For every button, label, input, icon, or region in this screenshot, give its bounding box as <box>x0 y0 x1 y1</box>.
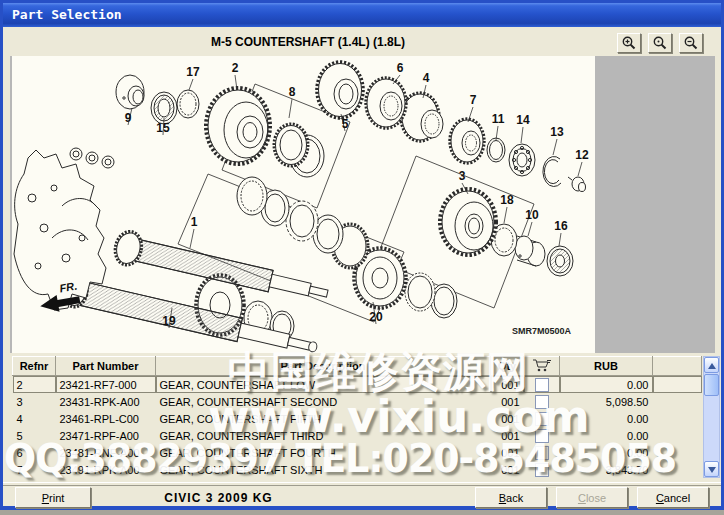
back-button-label: Back <box>476 492 546 504</box>
callout-13[interactable]: 13 <box>550 125 564 139</box>
callout-6[interactable]: 6 <box>397 61 404 75</box>
callout-4[interactable]: 4 <box>423 71 430 85</box>
callout-18[interactable]: 18 <box>500 193 514 207</box>
callout-11[interactable]: 11 <box>492 112 505 126</box>
cell-part-number: 23421-RF7-000 <box>56 376 156 394</box>
scroll-up-button[interactable] <box>704 357 719 373</box>
zoom-in-button[interactable] <box>617 33 641 53</box>
cell-price: 3,843.70 <box>560 461 653 478</box>
callout-19[interactable]: 19 <box>162 314 176 328</box>
col-header-rub[interactable]: RUB <box>560 357 653 376</box>
cart-checkbox[interactable] <box>535 378 549 392</box>
col-header-part-number[interactable]: Part Number <box>56 357 156 376</box>
cell-refnr: 7 <box>13 461 56 478</box>
callout-12[interactable]: 12 <box>575 148 589 162</box>
callout-16[interactable]: 16 <box>554 219 568 233</box>
cell-cart <box>524 461 560 478</box>
callout-7[interactable]: 7 <box>470 93 477 107</box>
cell-qty: 001 <box>491 376 524 394</box>
cell-description: GEAR, COUNTERSHAFT FOURTH <box>156 444 491 461</box>
cell-refnr: 2 <box>13 376 56 394</box>
table-scrollbar[interactable] <box>703 356 720 478</box>
print-button-label: Print <box>16 492 90 504</box>
zoom-toolbar <box>617 33 703 53</box>
zoom-out-button[interactable] <box>679 33 703 53</box>
cart-checkbox[interactable] <box>535 446 549 460</box>
callout-9[interactable]: 9 <box>125 111 132 125</box>
table-row[interactable]: 6 23481-RNF-A00 GEAR, COUNTERSHAFT FOURT… <box>13 444 702 461</box>
col-header-cart[interactable] <box>524 357 560 376</box>
callout-10[interactable]: 10 <box>525 208 539 222</box>
parts-diagram[interactable]: FR. SMR7M0500A 1234567891011121314151617… <box>12 56 595 353</box>
col-header-description[interactable]: Part Description <box>156 357 491 376</box>
window-title: Part Selection <box>12 7 122 22</box>
close-button-label: Close <box>557 492 627 504</box>
back-button[interactable]: Back <box>475 487 547 508</box>
diagram-title: M-5 COUNTERSHAFT (1.4L) (1.8L) <box>3 35 613 49</box>
cell-cart <box>524 393 560 410</box>
cell-part-number: 23491-RPK-A00 <box>56 461 156 478</box>
cell-part-number: 23481-RNF-A00 <box>56 444 156 461</box>
col-header-filler <box>653 357 702 376</box>
zoom-in-icon <box>620 35 638 51</box>
cancel-button-label: Cancel <box>638 492 708 504</box>
table-row[interactable]: 2 23421-RF7-000 GEAR, COUNTERSHAFT LOW 0… <box>13 376 702 394</box>
cell-description: GEAR, COUNTERSHAFT LOW <box>156 376 491 394</box>
footer-bar: Print CIVIC 3 2009 KG Back Close Cancel <box>3 487 721 508</box>
cart-checkbox[interactable] <box>535 412 549 426</box>
cell-cart <box>524 427 560 444</box>
cell-qty: 001 <box>491 461 524 478</box>
cell-price: 5,098.50 <box>560 393 653 410</box>
cart-checkbox[interactable] <box>535 395 549 409</box>
cart-icon <box>532 358 552 372</box>
cell-price: 0.00 <box>560 427 653 444</box>
cell-qty: 001 <box>491 427 524 444</box>
scrollbar-thumb[interactable] <box>704 374 719 396</box>
cart-checkbox[interactable] <box>535 463 549 477</box>
cell-part-number: 23461-RPL-C00 <box>56 410 156 427</box>
cell-description: GEAR, COUNTERSHAFT THIRD <box>156 427 491 444</box>
callout-3[interactable]: 3 <box>459 169 466 183</box>
callout-1[interactable]: 1 <box>191 215 198 229</box>
cell-part-number: 23431-RPK-A00 <box>56 393 156 410</box>
cell-description: GEAR, COUNTERSHAFT SIXTH <box>156 461 491 478</box>
table-header-row: Refnr Part Number Part Description Qty R… <box>13 357 702 376</box>
callout-20[interactable]: 20 <box>369 310 383 324</box>
col-header-refnr[interactable]: Refnr <box>13 357 56 376</box>
footer-separator <box>3 482 721 486</box>
close-button: Close <box>556 487 628 508</box>
callout-8[interactable]: 8 <box>289 85 296 99</box>
cart-checkbox[interactable] <box>535 429 549 443</box>
cell-cart <box>524 444 560 461</box>
scroll-down-button[interactable] <box>704 461 719 477</box>
cell-price: 0.00 <box>560 376 653 394</box>
parts-table: Refnr Part Number Part Description Qty R… <box>12 356 702 478</box>
callout-5[interactable]: 5 <box>342 117 349 131</box>
cell-price: 0.00 <box>560 410 653 427</box>
cell-refnr: 5 <box>13 427 56 444</box>
col-header-qty[interactable]: Qty <box>491 357 524 376</box>
part-selection-window: Part Selection M-5 COUNTERSHAFT (1.4L) (… <box>0 0 724 515</box>
callout-14[interactable]: 14 <box>516 113 530 127</box>
cell-refnr: 3 <box>13 393 56 410</box>
callout-15[interactable]: 15 <box>156 121 170 135</box>
print-button[interactable]: Print <box>15 487 91 508</box>
table-row[interactable]: 7 23491-RPK-A00 GEAR, COUNTERSHAFT SIXTH… <box>13 461 702 478</box>
callout-2[interactable]: 2 <box>232 61 239 75</box>
zoom-reset-icon <box>651 35 669 51</box>
cell-qty: 001 <box>491 410 524 427</box>
cell-part-number: 23471-RPF-A00 <box>56 427 156 444</box>
cell-qty: 001 <box>491 393 524 410</box>
table-row[interactable]: 4 23461-RPL-C00 GEAR, COUNTERSHAFT FIFTH… <box>13 410 702 427</box>
zoom-out-icon <box>682 35 700 51</box>
cell-price: 0.00 <box>560 444 653 461</box>
callout-17[interactable]: 17 <box>186 65 200 79</box>
cell-description: GEAR, COUNTERSHAFT FIFTH <box>156 410 491 427</box>
cancel-button[interactable]: Cancel <box>637 487 709 508</box>
table-row[interactable]: 3 23431-RPK-A00 GEAR, COUNTERSHAFT SECON… <box>13 393 702 410</box>
cell-refnr: 6 <box>13 444 56 461</box>
zoom-reset-button[interactable] <box>648 33 672 53</box>
table-row[interactable]: 5 23471-RPF-A00 GEAR, COUNTERSHAFT THIRD… <box>13 427 702 444</box>
titlebar[interactable]: Part Selection <box>3 3 721 27</box>
vehicle-label: CIVIC 3 2009 KG <box>91 491 466 505</box>
